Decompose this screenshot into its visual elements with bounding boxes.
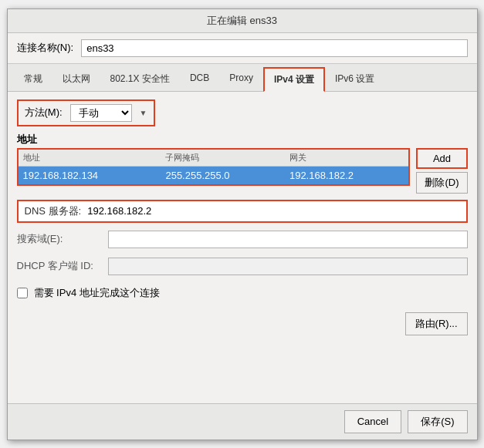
- tab-ipv6[interactable]: IPv6 设置: [325, 67, 384, 91]
- dialog-title: 正在编辑 ens33: [207, 15, 277, 26]
- ipv4-settings-content: 方法(M): 手动 ▼ 地址 地址 子网掩码 网关: [8, 92, 477, 403]
- col-netmask: 子网掩码: [161, 150, 285, 167]
- method-select[interactable]: 手动: [70, 104, 132, 122]
- search-domain-label: 搜索域(E):: [17, 232, 102, 246]
- save-button[interactable]: 保存(S): [408, 410, 467, 433]
- address-section-label: 地址: [17, 133, 468, 147]
- dhcp-client-id-row: DHCP 客户端 ID:: [17, 256, 468, 277]
- tabs-bar: 常规 以太网 802.1X 安全性 DCB Proxy IPv4 设置 IPv6…: [8, 64, 477, 92]
- dhcp-client-id-label: DHCP 客户端 ID:: [17, 259, 102, 273]
- cell-netmask: 255.255.255.0: [161, 166, 285, 184]
- dns-input[interactable]: [87, 205, 459, 217]
- require-ipv4-label: 需要 IPv4 地址完成这个连接: [34, 286, 160, 300]
- delete-button[interactable]: 删除(D): [416, 172, 467, 194]
- cell-address: 192.168.182.134: [19, 166, 161, 184]
- tab-dcb[interactable]: DCB: [180, 67, 219, 91]
- dhcp-client-id-input[interactable]: [108, 258, 468, 275]
- address-table-wrapper: 地址 子网掩码 网关 192.168.182.134 255.255.255.0…: [17, 148, 411, 186]
- dns-label: DNS 服务器:: [25, 204, 82, 218]
- tab-ipv4[interactable]: IPv4 设置: [263, 67, 325, 92]
- method-label: 方法(M):: [25, 106, 63, 120]
- connection-name-input[interactable]: [81, 39, 467, 57]
- table-row[interactable]: 192.168.182.134 255.255.255.0 192.168.18…: [19, 166, 409, 184]
- search-domain-input[interactable]: [108, 231, 468, 248]
- bottom-right: Cancel 保存(S): [344, 410, 468, 433]
- search-domain-row: 搜索域(E):: [17, 229, 468, 250]
- address-section: 地址 地址 子网掩码 网关 192.168.182: [17, 133, 468, 194]
- tab-8021x[interactable]: 802.1X 安全性: [100, 67, 180, 91]
- dialog: 正在编辑 ens33 连接名称(N): 常规 以太网 802.1X 安全性 DC…: [7, 8, 478, 440]
- tab-general[interactable]: 常规: [14, 67, 52, 91]
- method-select-wrapper: 手动: [70, 104, 132, 122]
- route-button[interactable]: 路由(R)...: [405, 312, 468, 335]
- require-ipv4-row: 需要 IPv4 地址完成这个连接: [17, 283, 468, 303]
- method-row: 方法(M): 手动 ▼: [17, 99, 155, 126]
- connection-name-label: 连接名称(N):: [17, 41, 74, 55]
- address-buttons: Add 删除(D): [416, 148, 467, 194]
- col-address: 地址: [19, 150, 161, 167]
- dropdown-arrow-icon: ▼: [140, 109, 147, 117]
- connection-name-row: 连接名称(N):: [8, 33, 477, 64]
- require-ipv4-checkbox[interactable]: [17, 288, 28, 298]
- address-table: 地址 子网掩码 网关 192.168.182.134 255.255.255.0…: [19, 150, 409, 184]
- cell-gateway: 192.168.182.2: [285, 166, 409, 184]
- dns-row: DNS 服务器:: [17, 200, 468, 223]
- tab-proxy[interactable]: Proxy: [219, 67, 263, 91]
- address-section-inner: 地址 子网掩码 网关 192.168.182.134 255.255.255.0…: [17, 148, 468, 194]
- cancel-button[interactable]: Cancel: [344, 410, 401, 433]
- title-bar: 正在编辑 ens33: [8, 9, 477, 33]
- bottom-bar: Cancel 保存(S): [8, 403, 477, 440]
- tab-ethernet[interactable]: 以太网: [52, 67, 100, 91]
- add-button[interactable]: Add: [416, 148, 467, 169]
- col-gateway: 网关: [285, 150, 409, 167]
